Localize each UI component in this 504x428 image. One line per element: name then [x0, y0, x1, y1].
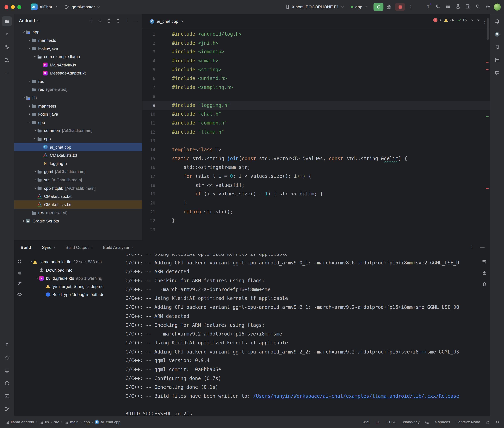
clear-icon[interactable]: [482, 281, 487, 288]
terminal-button[interactable]: [2, 391, 12, 401]
editor-tab-ai_chat.cpp[interactable]: C ai_chat.cpp ×: [146, 14, 187, 28]
gradle-button[interactable]: G: [492, 29, 502, 39]
code-line-18[interactable]: 18 str << values[i];: [142, 181, 490, 190]
code-line-9[interactable]: 9#include "logging.h": [142, 101, 490, 110]
build-tab-build-output[interactable]: Build Output×: [66, 245, 93, 249]
collapse-all-icon[interactable]: [114, 17, 121, 24]
build-window-title[interactable]: Build: [21, 245, 31, 249]
build-tab-build-analyzer[interactable]: Build Analyzer×: [103, 245, 134, 249]
editor-scrollbar[interactable]: [487, 18, 489, 40]
clang-tidy-config[interactable]: .clang-tidy: [402, 420, 420, 424]
code-line-14[interactable]: 14template<class T>: [142, 145, 490, 154]
project-tree-item-res[interactable]: res(generated): [14, 85, 142, 94]
build-tree-item[interactable]: llama.android: fin22 sec, 583 ms: [28, 258, 122, 266]
version-control-button[interactable]: [2, 404, 12, 414]
inspections-widget[interactable]: ! 3 24 15: [432, 17, 481, 23]
project-tree-item-cpp[interactable]: cpp: [14, 118, 142, 127]
code-line-12[interactable]: 12#include "llama.h": [142, 128, 490, 137]
breadcrumb-item-cpp[interactable]: cpp: [84, 420, 90, 424]
soft-wrap-icon[interactable]: [482, 259, 487, 265]
profiler-icon[interactable]: [455, 4, 461, 10]
code-line-22[interactable]: 22}: [142, 216, 490, 225]
chevron-right-icon[interactable]: [28, 80, 31, 83]
build-tab-sync[interactable]: Sync×: [42, 245, 56, 249]
project-button[interactable]: [2, 16, 12, 26]
project-tree-item-cpp[interactable]: cpp: [14, 135, 142, 143]
chevron-right-icon[interactable]: [34, 186, 37, 190]
code-line-4[interactable]: 4#include <cmath>: [142, 57, 490, 66]
expand-all-icon[interactable]: [105, 17, 112, 24]
chevron-right-icon[interactable]: [34, 129, 37, 132]
chevron-down-icon[interactable]: [22, 96, 25, 100]
lock-icon[interactable]: [486, 420, 490, 424]
chevron-right-icon[interactable]: [28, 39, 31, 42]
settings-icon[interactable]: [485, 4, 490, 10]
code-line-10[interactable]: 10#include "chat.h": [142, 110, 490, 119]
breadcrumb-item-ai-chat-cpp[interactable]: Cai_chat.cpp: [95, 420, 120, 424]
user-avatar[interactable]: [494, 3, 501, 10]
stop-button[interactable]: [395, 3, 405, 11]
project-tree-item-cmakelists-txt[interactable]: CMakeLists.txt: [14, 151, 142, 159]
code-editor[interactable]: 1#include <android/log.h>2#include <jni.…: [142, 29, 490, 240]
code-line-11[interactable]: 11#include "common.h": [142, 119, 490, 128]
project-tree-item-gradle-scripts[interactable]: GGradle Scripts: [14, 217, 142, 225]
chevron-right-icon[interactable]: [22, 219, 25, 223]
zoom-window-button[interactable]: [17, 5, 21, 9]
project-tree-item-common[interactable]: common[AiChat.lib.main]: [14, 127, 142, 135]
close-tab-icon[interactable]: ×: [91, 245, 93, 249]
chevron-down-icon[interactable]: [29, 260, 33, 264]
breadcrumb-item-src[interactable]: src: [54, 420, 59, 424]
build-output-path-link[interactable]: /Users/hanyin/Workspace/ai-chat/examples…: [253, 393, 459, 399]
breadcrumb-item-llama-android[interactable]: llama.android: [5, 420, 34, 424]
context-selector[interactable]: Context: None: [455, 420, 480, 424]
code-line-23[interactable]: 23: [142, 225, 490, 234]
locate-file-icon[interactable]: [96, 17, 103, 24]
project-tree-item-ai-chat-cpp[interactable]: Cai_chat.cpp: [14, 143, 142, 151]
project-tree-item-res[interactable]: res(generated): [14, 209, 142, 217]
breadcrumb-item-lib[interactable]: lib: [39, 420, 49, 424]
device-manager-button[interactable]: [492, 42, 502, 52]
project-tree-item-cpp-httplib[interactable]: cpp-httplib[AiChat.lib.main]: [14, 184, 142, 192]
code-line-15[interactable]: 15static std::string join(const std::vec…: [142, 154, 490, 163]
running-devices-button[interactable]: [2, 365, 12, 375]
stop-icon[interactable]: [17, 270, 22, 275]
file-encoding[interactable]: UTF-8: [385, 420, 396, 424]
code-line-1[interactable]: 1#include <android/log.h>: [142, 30, 490, 39]
task-list-icon[interactable]: [445, 4, 451, 10]
project-tree-item-mainactivity-kt[interactable]: KMainActivity.kt: [14, 61, 142, 69]
pull-requests-button[interactable]: [2, 55, 12, 65]
project-tree-item-com-example-llama[interactable]: com.example.llama: [14, 53, 142, 61]
more-tools-button[interactable]: ⋯: [2, 68, 12, 78]
branch-widget[interactable]: ggml-master: [62, 3, 103, 11]
debug-button[interactable]: [385, 3, 394, 11]
pin-icon[interactable]: [17, 280, 22, 287]
todo-button[interactable]: T: [2, 340, 12, 350]
packages-button[interactable]: [2, 353, 12, 362]
prev-problem-icon[interactable]: [470, 18, 473, 22]
project-tree-item-ggml[interactable]: ggml[AiChat.lib.main]: [14, 168, 142, 176]
project-tree-item-lib[interactable]: lib: [14, 94, 142, 102]
close-tab-icon[interactable]: ×: [53, 245, 56, 249]
code-line-5[interactable]: 5#include <string>: [142, 66, 490, 74]
run-config-selector[interactable]: app: [348, 3, 370, 11]
chevron-down-icon[interactable]: [35, 276, 39, 280]
more-vert-icon[interactable]: ⋮: [469, 245, 475, 250]
chevron-down-icon[interactable]: [36, 19, 40, 23]
problems-button[interactable]: [2, 378, 12, 388]
app-insights-button[interactable]: [492, 68, 502, 78]
indent-setting[interactable]: 4 spaces: [435, 420, 450, 424]
close-window-button[interactable]: [4, 5, 8, 9]
chevron-right-icon[interactable]: [34, 178, 37, 182]
code-line-2[interactable]: 2#include <jni.h>: [142, 39, 490, 48]
close-tab-icon[interactable]: ×: [132, 245, 134, 249]
code-line-20[interactable]: 20 }: [142, 199, 490, 208]
code-line-19[interactable]: 19 if (i < values.size() - 1) { str << d…: [142, 190, 490, 199]
build-tree-item[interactable]: 'jvmTarget: String' is deprec: [28, 282, 122, 290]
search-icon[interactable]: [475, 4, 480, 10]
chevron-down-icon[interactable]: [22, 30, 25, 34]
close-tab-icon[interactable]: ×: [181, 19, 183, 24]
next-problem-icon[interactable]: [477, 18, 480, 22]
project-tree-item-logging-h[interactable]: Hlogging.h: [14, 159, 142, 168]
notifications-button[interactable]: [492, 16, 502, 26]
chevron-down-icon[interactable]: [34, 137, 37, 141]
